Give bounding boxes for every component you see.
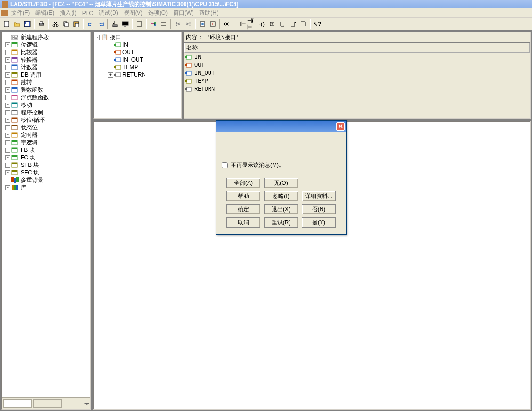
tree-item-18[interactable]: +SFC 块 [3, 169, 89, 176]
tree-item-16[interactable]: +FC 块 [3, 154, 89, 161]
network-icon[interactable] [149, 19, 158, 29]
open-icon[interactable] [12, 19, 22, 29]
tree-item-14[interactable]: +字逻辑 [3, 139, 89, 146]
contact-nc-icon[interactable]: ⊣/⊢ [247, 19, 256, 29]
tree-item-9[interactable]: +移动 [3, 101, 89, 109]
app-menu-icon[interactable] [1, 10, 8, 16]
svg-rect-31 [12, 50, 17, 51]
contact-no-icon[interactable]: ⊣⊢ [236, 19, 246, 29]
tree-item-13[interactable]: +定时器 [3, 131, 89, 139]
cancel-button[interactable]: 取消 [226, 217, 260, 228]
save-icon[interactable] [23, 19, 32, 29]
tree-item-6[interactable]: +跳转 [3, 79, 89, 86]
branch-up-icon[interactable] [288, 19, 298, 29]
panel-tab-1[interactable] [3, 399, 32, 408]
none-button[interactable]: 无(O) [264, 178, 298, 188]
details-row-in[interactable]: IN [184, 53, 530, 61]
dialog-titlebar[interactable]: ✕ [216, 121, 346, 132]
help-button[interactable]: 帮助 [226, 191, 260, 201]
help-pointer-icon[interactable]: ↖? [313, 19, 322, 29]
menu-edit[interactable]: 编辑(E) [32, 8, 57, 18]
download-icon[interactable] [110, 19, 120, 29]
svg-rect-88 [186, 87, 191, 91]
tree-item-11[interactable]: +移位/循环 [3, 116, 89, 124]
block-icon[interactable] [135, 19, 144, 29]
tree-item-5[interactable]: +DB 调用 [3, 71, 89, 79]
details-row-return[interactable]: RETURN [184, 85, 530, 93]
branch-open-icon[interactable] [278, 19, 287, 29]
tree-item-12[interactable]: +状态位 [3, 124, 89, 131]
tab-scroll-icon[interactable]: ◂▸ [83, 400, 90, 407]
close-icon[interactable]: ✕ [336, 122, 345, 131]
goto-icon[interactable] [198, 19, 207, 29]
print-icon[interactable] [37, 19, 46, 29]
all-button[interactable]: 全部(A) [226, 178, 260, 188]
tree-item-17[interactable]: +SFB 块 [3, 161, 89, 169]
interface-item-in_out[interactable]: IN_OUT [95, 56, 180, 63]
tree-item-1[interactable]: +位逻辑 [3, 41, 89, 48]
svg-rect-81 [185, 56, 187, 58]
details-row-in_out[interactable]: IN_OUT [184, 69, 530, 77]
ok-button[interactable]: 确定 [226, 204, 260, 214]
tree-item-20[interactable]: +库 [3, 184, 89, 191]
no-button[interactable]: 否(N) [302, 204, 336, 214]
box-icon[interactable]: ? [267, 19, 277, 29]
tree-item-3[interactable]: +转换器 [3, 56, 89, 63]
tree-item-19[interactable]: 多重背景 [3, 176, 89, 184]
menu-window[interactable]: 窗口(W) [170, 8, 196, 18]
details-col-name[interactable]: 名称 [184, 43, 530, 53]
interface-tree[interactable]: -📋接口INOUTIN_OUTTEMP+RETURN [93, 32, 182, 119]
interface-item-return[interactable]: +RETURN [95, 71, 180, 79]
coil-icon[interactable]: -() [257, 19, 266, 29]
exit-button[interactable]: 退出(X) [264, 204, 298, 214]
yes-button[interactable]: 是(Y) [302, 217, 336, 228]
next-icon[interactable]: >! [184, 19, 193, 29]
list-icon[interactable] [159, 19, 169, 29]
tree-item-10[interactable]: +程序控制 [3, 109, 89, 116]
interface-root[interactable]: -📋接口 [95, 33, 180, 41]
svg-rect-14 [124, 26, 126, 27]
interface-item-temp[interactable]: TEMP [95, 63, 180, 71]
details-row-out[interactable]: OUT [184, 61, 530, 69]
instruction-tree[interactable]: NW新建程序段+位逻辑+比较器+转换器+计数器+DB 调用+跳转+整数函数+浮点… [2, 32, 90, 397]
svg-rect-47 [12, 110, 17, 111]
branch-close-icon[interactable] [298, 19, 308, 29]
details-button[interactable]: 详细资料... [302, 191, 336, 201]
menu-view[interactable]: 视图(V) [121, 8, 145, 18]
undo-icon[interactable] [86, 19, 95, 29]
svg-rect-43 [12, 95, 17, 96]
details-row-temp[interactable]: TEMP [184, 77, 530, 85]
checkbox-input[interactable] [222, 162, 228, 168]
tree-item-4[interactable]: +计数器 [3, 63, 89, 71]
monitor-icon[interactable] [121, 19, 130, 29]
panel-tab-2[interactable] [33, 399, 62, 408]
ignore-button[interactable]: 忽略(I) [264, 191, 298, 201]
svg-rect-76 [116, 65, 121, 69]
interface-item-in[interactable]: IN [95, 41, 180, 48]
insert-icon[interactable] [208, 19, 218, 29]
menu-file[interactable]: 文件(F) [8, 8, 32, 18]
tree-item-8[interactable]: +浮点数函数 [3, 94, 89, 101]
svg-rect-18 [154, 24, 156, 26]
menu-plc[interactable]: PLC [80, 9, 96, 17]
svg-text:NW: NW [12, 36, 18, 39]
glasses-icon[interactable] [222, 19, 232, 29]
copy-icon[interactable] [61, 19, 71, 29]
dont-show-checkbox[interactable]: 不再显示该消息(M)。 [222, 161, 340, 169]
svg-rect-69 [16, 185, 18, 190]
redo-icon[interactable] [96, 19, 105, 29]
tree-item-2[interactable]: +比较器 [3, 48, 89, 56]
tree-item-7[interactable]: +整数函数 [3, 86, 89, 94]
menu-options[interactable]: 选项(O) [145, 8, 170, 18]
tree-item-0[interactable]: NW新建程序段 [3, 33, 89, 41]
retry-button[interactable]: 重试(R) [264, 217, 298, 228]
menu-debug[interactable]: 调试(D) [96, 8, 121, 18]
cut-icon[interactable] [51, 19, 60, 29]
new-icon[interactable] [2, 19, 11, 29]
menu-help[interactable]: 帮助(H) [196, 8, 221, 18]
prev-icon[interactable]: !< [173, 19, 183, 29]
menu-insert[interactable]: 插入(I) [57, 8, 79, 18]
tree-item-15[interactable]: +FB 块 [3, 146, 89, 154]
paste-icon[interactable] [72, 19, 81, 29]
interface-item-out[interactable]: OUT [95, 48, 180, 56]
